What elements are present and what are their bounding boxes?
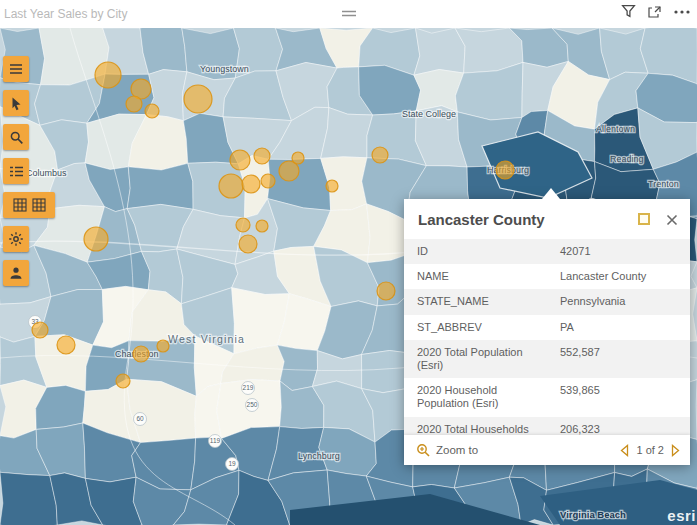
map-label: West Virginia [168, 333, 245, 345]
sales-bubble[interactable] [377, 282, 395, 300]
field-value: 206,323 [552, 417, 690, 436]
field-value: 42071 [552, 239, 690, 264]
route-shield: 19 [226, 458, 239, 471]
field-label: NAME [404, 264, 552, 289]
sales-bubble[interactable] [292, 152, 304, 164]
drag-handle-icon[interactable] [340, 4, 358, 22]
dock-icon[interactable] [638, 213, 650, 225]
svg-text:250: 250 [247, 401, 258, 408]
popup-header: Lancaster County [404, 199, 690, 239]
focus-mode-icon[interactable] [647, 5, 662, 19]
zoom-to-button[interactable]: Zoom to [436, 444, 478, 456]
svg-text:19: 19 [228, 460, 236, 467]
close-icon[interactable] [666, 212, 678, 230]
field-value: 539,865 [552, 378, 690, 403]
sales-bubble[interactable] [184, 85, 212, 113]
feature-popup: Lancaster County ID42071NAMELancaster Co… [404, 199, 690, 465]
settings-button[interactable] [3, 226, 29, 252]
menu-button[interactable] [3, 56, 29, 82]
field-value: Pennsylvania [552, 289, 690, 314]
field-value: 552,587 [552, 340, 690, 365]
popup-footer: Zoom to 1 of 2 [404, 435, 690, 465]
legend-button[interactable] [3, 158, 29, 184]
page-indicator: 1 of 2 [636, 444, 664, 456]
sales-bubble[interactable] [496, 161, 514, 179]
next-page-icon[interactable] [671, 444, 680, 457]
sales-bubble[interactable] [326, 180, 338, 192]
zoom-to-icon[interactable] [416, 443, 430, 457]
sales-bubble[interactable] [32, 322, 48, 338]
svg-text:219: 219 [243, 384, 254, 391]
svg-text:60: 60 [136, 415, 144, 422]
locate-button[interactable] [3, 260, 29, 286]
map-toolbar [3, 56, 55, 286]
sales-bubble[interactable] [239, 235, 257, 253]
more-options-icon[interactable] [673, 9, 691, 15]
popup-title: Lancaster County [418, 211, 638, 228]
sales-bubble[interactable] [261, 174, 275, 188]
sales-bubble[interactable] [57, 336, 75, 354]
popup-field-row: 2020 Total Population (Esri)552,587 [404, 340, 690, 378]
popup-field-row: NAMELancaster County [404, 264, 690, 289]
map-label: Virginia Beach [560, 509, 626, 520]
field-label: ST_ABBREV [404, 315, 552, 340]
route-shield: 219 [242, 382, 255, 395]
map-label: Allentown [596, 124, 635, 134]
sales-bubble[interactable] [157, 340, 169, 352]
route-shield: 60 [134, 413, 147, 426]
popup-pointer [542, 188, 560, 199]
map-label: Lynchburg [298, 451, 340, 461]
field-label: STATE_NAME [404, 289, 552, 314]
visual-header-icons [621, 4, 691, 19]
sales-bubble[interactable] [84, 227, 108, 251]
sales-bubble[interactable] [372, 147, 388, 163]
sales-bubble[interactable] [219, 174, 243, 198]
field-value: PA [552, 315, 690, 340]
search-button[interactable] [3, 124, 29, 150]
field-label: 2020 Household Population (Esri) [404, 378, 552, 416]
route-shield: 119 [209, 435, 222, 448]
visual-title: Last Year Sales by City [4, 7, 127, 21]
field-label: 2020 Total Population (Esri) [404, 340, 552, 378]
visual-header: Last Year Sales by City [0, 0, 697, 28]
esri-attribution: esri [667, 507, 696, 524]
map-label: State College [402, 109, 456, 119]
sales-bubble[interactable] [230, 150, 250, 170]
filter-icon[interactable] [621, 4, 636, 19]
map-label: Trenton [648, 179, 679, 189]
sales-bubble[interactable] [145, 104, 159, 118]
basemap-button[interactable] [3, 192, 55, 218]
map-label: Youngstown [200, 64, 249, 74]
field-value: Lancaster County [552, 264, 690, 289]
sales-bubble[interactable] [242, 175, 260, 193]
prev-page-icon[interactable] [620, 444, 629, 457]
field-label: 2020 Total Households (Esri) [404, 417, 552, 436]
popup-field-row: 2020 Household Population (Esri)539,865 [404, 378, 690, 416]
map-label: Reading [610, 154, 644, 164]
sales-bubble[interactable] [95, 62, 121, 88]
popup-field-row: 2020 Total Households (Esri)206,323 [404, 417, 690, 436]
sales-bubble[interactable] [236, 218, 250, 232]
sales-bubble[interactable] [126, 96, 142, 112]
sales-bubble[interactable] [116, 374, 130, 388]
map-visual: Last Year Sales by City 332192506011919Y… [0, 0, 697, 525]
popup-field-row: ST_ABBREVPA [404, 315, 690, 340]
field-label: ID [404, 239, 552, 264]
select-tool-button[interactable] [3, 90, 29, 116]
popup-table: ID42071NAMELancaster CountySTATE_NAMEPen… [404, 239, 690, 435]
sales-bubble[interactable] [133, 346, 149, 362]
route-shield: 250 [246, 399, 259, 412]
popup-field-row: ID42071 [404, 239, 690, 264]
svg-text:119: 119 [210, 437, 221, 444]
popup-field-row: STATE_NAMEPennsylvania [404, 289, 690, 314]
sales-bubble[interactable] [256, 220, 268, 232]
sales-bubble[interactable] [254, 148, 270, 164]
